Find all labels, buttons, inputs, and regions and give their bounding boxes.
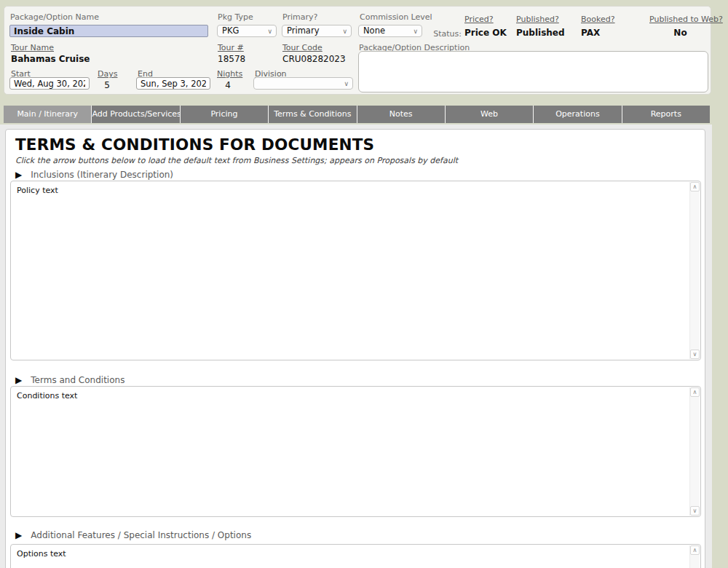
inclusions-section-label: Inclusions (Itinerary Description)	[31, 170, 173, 180]
nights-label[interactable]: Nights	[217, 69, 242, 79]
scroll-up-button[interactable]: ∧	[690, 545, 700, 555]
tab-bar: Main / Itinerary Add Products/Services P…	[4, 106, 710, 123]
tab-add-products-services[interactable]: Add Products/Services	[92, 106, 179, 123]
pkg-type-select[interactable]: PKG ∨	[217, 25, 277, 37]
tour-name-value: Bahamas Cruise	[11, 54, 90, 64]
scroll-down-button[interactable]: ∨	[690, 350, 700, 359]
terms-section-header: ▶ Terms and Conditions	[15, 372, 124, 382]
pkg-type-value: PKG	[222, 25, 239, 36]
primary-select[interactable]: Primary ∨	[282, 25, 352, 37]
days-value: 5	[95, 80, 119, 90]
tour-code-value: CRU08282023	[282, 54, 346, 64]
page: Package/Option Name Pkg Type PKG ∨ Prima…	[0, 0, 728, 568]
content-background: TERMS & CONDITIONS FOR DOCUMENTS Click t…	[0, 125, 712, 568]
tab-operations[interactable]: Operations	[534, 106, 621, 123]
package-description-textarea[interactable]	[358, 51, 708, 92]
tab-terms-conditions[interactable]: Terms & Conditions	[269, 106, 356, 123]
primary-label: Primary?	[282, 12, 317, 22]
tour-code-label[interactable]: Tour Code	[282, 43, 323, 52]
terms-section-label: Terms and Conditions	[31, 375, 124, 385]
scroll-up-button[interactable]: ∧	[690, 387, 700, 397]
published-status-value: Published	[516, 28, 565, 38]
primary-value: Primary	[287, 25, 319, 36]
published-column-label[interactable]: Published?	[516, 15, 559, 24]
terms-textarea[interactable]: Conditions text	[11, 387, 689, 516]
scrollbar[interactable]: ∧ ∨	[689, 545, 700, 568]
end-date-input[interactable]	[136, 77, 210, 90]
priced-status-value: Price OK	[464, 28, 507, 38]
additional-features-section-label: Additional Features / Special Instructio…	[31, 530, 251, 540]
chevron-down-icon: ∨	[344, 80, 349, 87]
nights-value: 4	[215, 80, 240, 90]
load-inclusions-default-button[interactable]: ▶	[15, 170, 22, 180]
package-name-input[interactable]	[9, 25, 208, 37]
booked-status-value: PAX	[581, 28, 600, 38]
terms-field: Conditions text ∧ ∨	[10, 386, 701, 517]
page-title: TERMS & CONDITIONS FOR DOCUMENTS	[15, 135, 374, 154]
scroll-up-button[interactable]: ∧	[690, 182, 700, 192]
inclusions-section-header: ▶ Inclusions (Itinerary Description)	[15, 167, 173, 177]
pkg-type-label: Pkg Type	[218, 12, 253, 22]
tab-main-itinerary[interactable]: Main / Itinerary	[4, 106, 91, 123]
tab-pricing[interactable]: Pricing	[181, 106, 268, 123]
days-label[interactable]: Days	[98, 69, 117, 79]
additional-features-textarea[interactable]: Options text	[11, 545, 689, 568]
scrollbar[interactable]: ∧ ∨	[689, 182, 700, 359]
terms-conditions-panel: TERMS & CONDITIONS FOR DOCUMENTS Click t…	[5, 129, 705, 568]
additional-features-section-header: ▶ Additional Features / Special Instruct…	[15, 527, 251, 537]
tab-reports[interactable]: Reports	[622, 106, 710, 123]
load-options-default-button[interactable]: ▶	[15, 530, 22, 540]
package-name-label: Package/Option Name	[10, 12, 99, 22]
chevron-down-icon: ∨	[267, 28, 272, 35]
tour-number-value: 18578	[218, 54, 245, 64]
package-header-panel: Package/Option Name Pkg Type PKG ∨ Prima…	[4, 6, 711, 95]
published-to-web-column-label[interactable]: Published to Web?	[649, 15, 723, 24]
tour-name-label[interactable]: Tour Name	[11, 43, 54, 52]
page-subtitle: Click the arrow buttons below to load th…	[15, 156, 458, 165]
commission-level-value: None	[363, 25, 385, 36]
division-select[interactable]: ∨	[253, 77, 353, 90]
scroll-down-button[interactable]: ∨	[690, 506, 700, 516]
tab-web[interactable]: Web	[446, 106, 533, 123]
published-to-web-status-value: No	[649, 28, 711, 38]
tour-number-label[interactable]: Tour #	[218, 43, 244, 52]
inclusions-field: Policy text ∧ ∨	[10, 181, 701, 360]
booked-column-label[interactable]: Booked?	[581, 15, 615, 24]
priced-column-label[interactable]: Priced?	[464, 15, 494, 24]
chevron-down-icon: ∨	[342, 28, 347, 35]
start-date-input[interactable]	[9, 77, 90, 90]
inclusions-textarea[interactable]: Policy text	[11, 181, 689, 360]
scrollbar[interactable]: ∧ ∨	[689, 387, 700, 516]
commission-level-label: Commission Level	[360, 12, 432, 22]
additional-features-field: Options text ∧ ∨	[10, 544, 701, 568]
tab-notes[interactable]: Notes	[357, 106, 445, 123]
status-label: Status:	[412, 29, 462, 39]
load-terms-default-button[interactable]: ▶	[15, 375, 22, 385]
